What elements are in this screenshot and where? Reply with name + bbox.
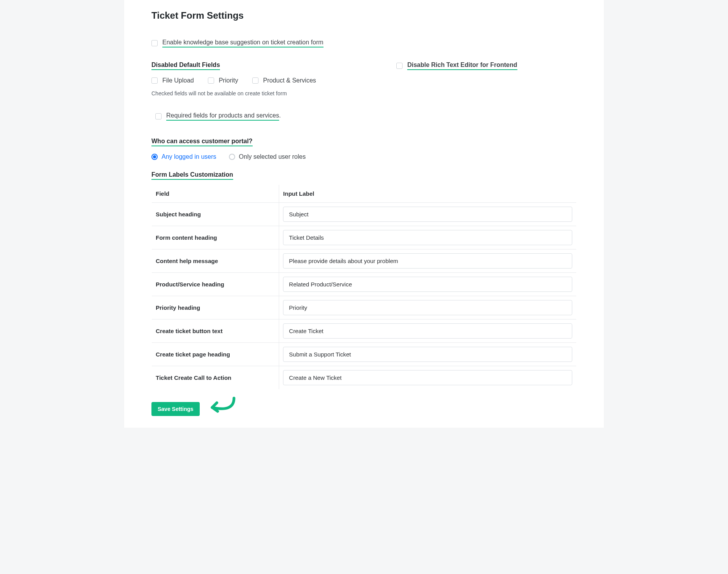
field-name-cell: Create ticket page heading bbox=[152, 343, 279, 366]
table-row: Subject heading bbox=[152, 203, 577, 226]
field-name-cell: Priority heading bbox=[152, 296, 279, 319]
input-label-cell bbox=[279, 319, 577, 343]
table-row: Form content heading bbox=[152, 226, 577, 249]
disable-rte-label: Disable Rich Text Editor for Frontend bbox=[407, 61, 517, 70]
table-row: Content help message bbox=[152, 249, 577, 273]
kb-suggestion-row: Enable knowledge base suggestion on tick… bbox=[151, 39, 577, 47]
input-label-field[interactable] bbox=[283, 300, 572, 315]
disable-rte-row: Disable Rich Text Editor for Frontend bbox=[396, 61, 577, 70]
disabled-field-file-upload: File Upload bbox=[151, 77, 194, 84]
field-name-cell: Form content heading bbox=[152, 226, 279, 249]
input-label-cell bbox=[279, 226, 577, 249]
required-products-suffix: . bbox=[279, 112, 281, 119]
required-products-row: Required fields for products and service… bbox=[155, 112, 577, 121]
disabled-fields-help: Checked fields will not be available on … bbox=[151, 90, 381, 97]
input-label-cell bbox=[279, 366, 577, 390]
table-row: Create ticket page heading bbox=[152, 343, 577, 366]
priority-checkbox[interactable] bbox=[208, 77, 214, 84]
form-labels-heading: Form Labels Customization bbox=[151, 171, 577, 181]
input-label-field[interactable] bbox=[283, 370, 572, 385]
disabled-field-product-services: Product & Services bbox=[252, 77, 316, 84]
input-label-cell bbox=[279, 249, 577, 273]
input-label-field[interactable] bbox=[283, 207, 572, 222]
required-products-label-wrap: Required fields for products and service… bbox=[166, 112, 281, 121]
input-label-cell bbox=[279, 273, 577, 296]
field-name-cell: Content help message bbox=[152, 249, 279, 273]
page-title: Ticket Form Settings bbox=[151, 10, 577, 21]
field-name-cell: Ticket Create Call to Action bbox=[152, 366, 279, 390]
save-settings-button[interactable]: Save Settings bbox=[151, 402, 200, 416]
required-products-checkbox[interactable] bbox=[155, 113, 162, 119]
table-header-field: Field bbox=[152, 185, 279, 203]
input-label-field[interactable] bbox=[283, 277, 572, 292]
input-label-cell bbox=[279, 203, 577, 226]
radio-any-logged-in[interactable] bbox=[151, 154, 158, 160]
product-services-label: Product & Services bbox=[263, 77, 316, 84]
field-name-cell: Create ticket button text bbox=[152, 319, 279, 343]
kb-suggestion-label: Enable knowledge base suggestion on tick… bbox=[162, 39, 324, 47]
disable-rte-checkbox[interactable] bbox=[396, 63, 403, 69]
form-labels-table: Field Input Label Subject headingForm co… bbox=[151, 184, 577, 390]
who-access-heading: Who can access customer portal? bbox=[151, 138, 577, 148]
table-row: Ticket Create Call to Action bbox=[152, 366, 577, 390]
kb-suggestion-checkbox[interactable] bbox=[151, 40, 158, 46]
radio-selected-roles[interactable] bbox=[229, 154, 235, 160]
access-option-selected-roles[interactable]: Only selected user roles bbox=[229, 153, 306, 160]
radio-selected-roles-label: Only selected user roles bbox=[239, 153, 306, 160]
input-label-cell bbox=[279, 343, 577, 366]
access-option-any-logged-in[interactable]: Any logged in users bbox=[151, 153, 216, 160]
input-label-cell bbox=[279, 296, 577, 319]
table-row: Create ticket button text bbox=[152, 319, 577, 343]
table-row: Priority heading bbox=[152, 296, 577, 319]
table-row: Product/Service heading bbox=[152, 273, 577, 296]
file-upload-label: File Upload bbox=[162, 77, 194, 84]
field-name-cell: Product/Service heading bbox=[152, 273, 279, 296]
table-header-input-label: Input Label bbox=[279, 185, 577, 203]
file-upload-checkbox[interactable] bbox=[151, 77, 158, 84]
disabled-default-fields-heading: Disabled Default Fields bbox=[151, 61, 381, 72]
disabled-field-priority: Priority bbox=[208, 77, 238, 84]
priority-label: Priority bbox=[219, 77, 238, 84]
radio-any-logged-in-label: Any logged in users bbox=[162, 153, 216, 160]
field-name-cell: Subject heading bbox=[152, 203, 279, 226]
input-label-field[interactable] bbox=[283, 323, 572, 339]
product-services-checkbox[interactable] bbox=[252, 77, 258, 84]
input-label-field[interactable] bbox=[283, 347, 572, 362]
input-label-field[interactable] bbox=[283, 230, 572, 245]
arrow-icon bbox=[204, 395, 239, 416]
table-header-row: Field Input Label bbox=[152, 185, 577, 203]
required-products-label: Required fields for products and service… bbox=[166, 112, 279, 121]
input-label-field[interactable] bbox=[283, 253, 572, 269]
